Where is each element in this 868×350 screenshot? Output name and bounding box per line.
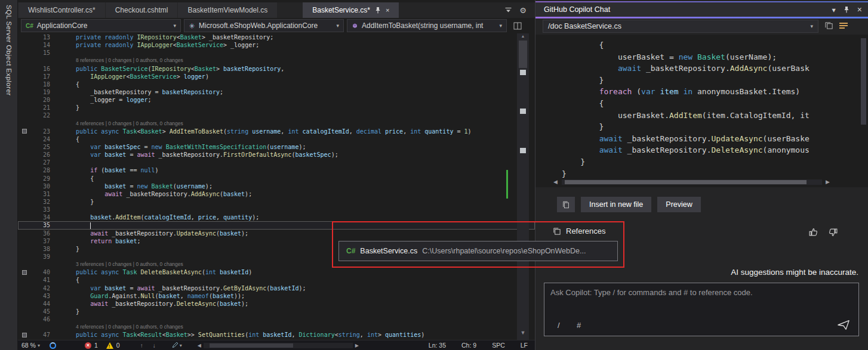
thumbs-down-icon[interactable] — [828, 227, 838, 237]
code-line-25[interactable]: 25 var basketSpec = new BasketWithItemsS… — [18, 143, 535, 151]
code-line-35[interactable]: 35 — [18, 221, 535, 229]
code-line-23[interactable]: 23 public async Task<Basket> AddItemToBa… — [18, 128, 535, 135]
code-line-31[interactable]: 31 await _basketRepository.AddAsync(bask… — [18, 190, 535, 198]
tab-wishlistcontroller[interactable]: WishlistController.cs* — [19, 2, 105, 18]
split-editor-icon[interactable] — [513, 22, 522, 30]
column-indicator[interactable]: Ch: 9 — [461, 342, 476, 349]
vertical-scrollbar-thumb[interactable] — [519, 41, 527, 68]
horizontal-scrollbar[interactable] — [204, 343, 353, 348]
copilot-code-block[interactable]: { userBasket = new Basket(userName); awa… — [535, 35, 868, 187]
copilot-prompt-input[interactable] — [544, 283, 858, 312]
scroll-up-icon[interactable]: ▲ — [517, 34, 529, 38]
next-issue-icon[interactable]: ↓ — [153, 342, 156, 349]
codelens-row[interactable]: 4 references | 0 changes | 0 authors, 0 … — [18, 120, 535, 128]
sql-server-object-explorer-strip[interactable]: SQL Server Object Explorer — [0, 0, 18, 350]
scroll-right-icon[interactable]: ▶ — [826, 179, 830, 185]
tab-basketitemviewmodel[interactable]: BasketItemViewModel.cs — [178, 2, 277, 18]
method-glyph-icon[interactable] — [22, 129, 27, 134]
reference-item[interactable]: C# BasketService.cs C:\Users\rhpatel\sou… — [338, 241, 618, 261]
copilot-command-dropdown[interactable]: /doc BasketService.cs ▾ — [543, 20, 818, 33]
send-icon[interactable] — [837, 319, 850, 331]
copy-code-button[interactable] — [557, 197, 575, 212]
tab-basketservice-active[interactable]: BasketService.cs* × — [303, 2, 399, 18]
code-line-28[interactable]: 28 if (basket == null) — [18, 166, 535, 174]
codelens-row[interactable]: 8 references | 0 changes | 0 authors, 0 … — [18, 57, 535, 64]
pen-icon[interactable] — [171, 342, 178, 349]
slash-command-button[interactable]: / — [558, 321, 560, 330]
warning-count[interactable]: 0 — [116, 342, 120, 349]
copilot-vertical-scrollbar-thumb[interactable] — [861, 38, 866, 125]
list-icon[interactable] — [839, 21, 848, 30]
horizontal-scrollbar-thumb[interactable] — [210, 343, 293, 348]
code-line-21[interactable]: 21 } — [18, 104, 535, 111]
sql-server-object-explorer-label[interactable]: SQL Server Object Explorer — [5, 0, 13, 96]
code-line-33[interactable]: 33 — [18, 206, 535, 213]
line-indicator[interactable]: Ln: 35 — [429, 342, 446, 349]
code-line-41[interactable]: 41 { — [18, 276, 535, 284]
codelens-row[interactable]: 3 references | 0 changes | 0 authors, 0 … — [18, 261, 535, 268]
code-line-27[interactable]: 27 — [18, 159, 535, 166]
error-count[interactable]: 1 — [94, 342, 98, 349]
code-line-32[interactable]: 32 } — [18, 198, 535, 206]
tab-checkout[interactable]: Checkout.cshtml — [106, 2, 178, 18]
scroll-down-icon[interactable]: ▼ — [517, 330, 529, 336]
code-line-44[interactable]: 44 await _basketRepository.DeleteAsync(b… — [18, 300, 535, 308]
code-line-42[interactable]: 42 var basket = await _basketRepository.… — [18, 284, 535, 292]
codelens-row[interactable]: 4 references | 0 changes | 0 authors, 0 … — [18, 323, 535, 331]
code-line-13[interactable]: 13 private readonly IRepository<Basket> … — [18, 33, 535, 41]
scrollbar-mark — [520, 109, 526, 114]
error-icon[interactable]: × — [85, 342, 91, 349]
scroll-left-icon[interactable]: ◀ — [198, 343, 201, 348]
code-line-47[interactable]: 47 public async Task<Result<Basket>> Set… — [18, 331, 535, 339]
prev-issue-icon[interactable]: ↑ — [140, 342, 143, 349]
namespace-dropdown[interactable]: Microsoft.eShopWeb.ApplicationCore ▾ — [184, 19, 344, 32]
code-line-36[interactable]: 36 await _basketRepository.UpdateAsync(b… — [18, 230, 535, 237]
copilot-input-box[interactable]: / # — [544, 283, 859, 336]
copilot-horizontal-scrollbar[interactable] — [562, 179, 822, 185]
code-editor[interactable]: 13 private readonly IRepository<Basket> … — [18, 33, 535, 340]
code-line-26[interactable]: 26 var basket = await _basketRepository.… — [18, 151, 535, 159]
code-line-45[interactable]: 45 } — [18, 308, 535, 315]
sync-icon[interactable] — [50, 342, 56, 349]
close-icon[interactable]: × — [857, 5, 862, 14]
code-line-30[interactable]: 30 basket = new Basket(username); — [18, 182, 535, 190]
pin-icon[interactable] — [375, 7, 381, 14]
code-line-24[interactable]: 24 { — [18, 135, 535, 143]
code-line-22[interactable]: 22 — [18, 111, 535, 119]
space-mode-indicator[interactable]: SPC — [492, 342, 505, 349]
scroll-left-icon[interactable]: ◀ — [553, 179, 558, 185]
project-dropdown[interactable]: C# ApplicationCore ▾ — [21, 19, 181, 32]
settings-gear-icon[interactable]: ⚙ — [519, 6, 527, 15]
hash-reference-button[interactable]: # — [577, 321, 581, 330]
code-line-29[interactable]: 29 { — [18, 175, 535, 182]
eol-indicator[interactable]: LF — [521, 342, 528, 349]
warning-icon[interactable] — [106, 342, 113, 349]
compare-icon[interactable] — [824, 21, 833, 30]
code-line-18[interactable]: 18 { — [18, 80, 535, 88]
preview-button[interactable]: Preview — [657, 197, 700, 212]
code-line-19[interactable]: 19 _basketRepository = basketRepository; — [18, 88, 535, 96]
code-line-20[interactable]: 20 _logger = logger; — [18, 96, 535, 104]
copilot-horizontal-scrollbar-thumb[interactable] — [565, 180, 807, 184]
code-line-16[interactable]: 16 public BasketService(IRepository<Bask… — [18, 65, 535, 73]
code-line-46[interactable]: 46 — [18, 315, 535, 323]
active-files-icon[interactable] — [504, 7, 512, 14]
thumbs-up-icon[interactable] — [808, 227, 818, 237]
method-glyph-icon[interactable] — [22, 333, 27, 337]
window-position-chevron-icon[interactable]: ▾ — [832, 5, 836, 14]
vertical-scrollbar[interactable] — [517, 33, 529, 340]
insert-in-new-file-button[interactable]: Insert in new file — [581, 197, 651, 212]
code-line-43[interactable]: 43 Guard.Against.Null(basket, nameof(bas… — [18, 292, 535, 300]
method-glyph-icon[interactable] — [22, 270, 27, 275]
code-line-40[interactable]: 40 public async Task DeleteBasketAsync(i… — [18, 268, 535, 276]
zoom-control[interactable]: 68 % — [21, 342, 36, 349]
member-dropdown[interactable]: AddItemToBasket(string username, int ▾ — [347, 19, 507, 32]
pin-icon[interactable] — [844, 6, 849, 13]
code-line-17[interactable]: 17 IAppLogger<BasketService> logger) — [18, 73, 535, 80]
code-line-15[interactable]: 15 — [18, 49, 535, 57]
close-icon[interactable]: × — [386, 7, 389, 14]
references-header[interactable]: References — [552, 227, 605, 236]
code-line-34[interactable]: 34 basket.AddItem(catalogItemId, price, … — [18, 213, 535, 221]
code-line-14[interactable]: 14 private readonly IAppLogger<BasketSer… — [18, 41, 535, 49]
scroll-right-icon[interactable]: ▶ — [355, 343, 359, 348]
